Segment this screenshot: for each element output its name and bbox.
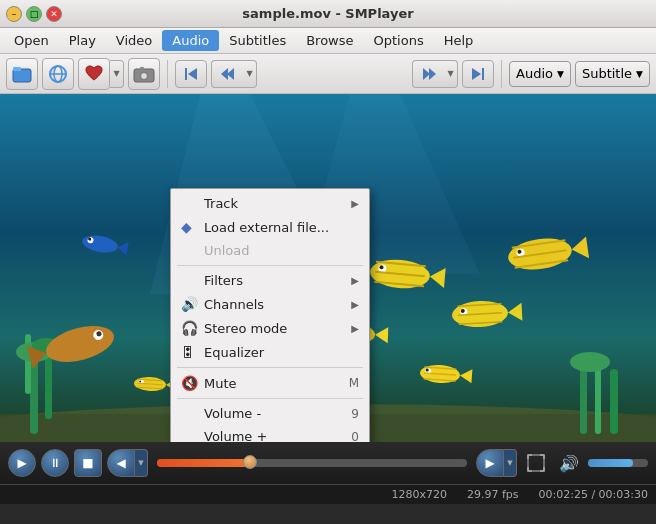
menu-load-external[interactable]: ◆ Load external file... <box>171 215 369 239</box>
stop-button[interactable]: ■ <box>74 449 102 477</box>
channels-submenu-arrow: ▶ <box>351 299 359 310</box>
filters-submenu-arrow: ▶ <box>351 275 359 286</box>
prev-chapter-button[interactable] <box>175 60 207 88</box>
rewind-button[interactable] <box>211 60 243 88</box>
audio-track-dropdown[interactable]: Audio ▼ <box>509 61 571 87</box>
time-display: 00:02:25 / 00:03:30 <box>538 488 648 501</box>
svg-marker-12 <box>221 68 228 80</box>
svg-rect-16 <box>482 68 484 80</box>
rewind-dropdown[interactable]: ▼ <box>243 60 257 88</box>
next-chapter-button[interactable] <box>462 60 494 88</box>
equalizer-icon: 🎛 <box>181 344 199 360</box>
titlebar: – □ ✕ sample.mov - SMPlayer <box>0 0 656 28</box>
mute-shortcut: M <box>349 376 359 390</box>
menu-equalizer[interactable]: 🎛 Equalizer <box>171 340 369 364</box>
toolbar: ▼ ▼ <box>0 54 656 94</box>
time-total: 00:03:30 <box>599 488 648 501</box>
svg-rect-88 <box>528 455 544 471</box>
open-file-button[interactable] <box>6 58 38 90</box>
svg-rect-10 <box>185 68 187 80</box>
channels-icon: 🔊 <box>181 296 199 312</box>
svg-marker-13 <box>423 68 430 80</box>
favorites-button[interactable] <box>78 58 110 90</box>
menu-channels[interactable]: 🔊 Channels ▶ <box>171 292 369 316</box>
progress-handle[interactable] <box>243 455 257 469</box>
menu-track[interactable]: Track ▶ <box>171 192 369 215</box>
svg-marker-15 <box>472 68 481 80</box>
mute-icon: 🔇 <box>181 375 199 391</box>
menu-help[interactable]: Help <box>434 30 484 51</box>
screenshot-button[interactable] <box>128 58 160 90</box>
play-button[interactable]: ▶ <box>8 449 36 477</box>
menu-video[interactable]: Video <box>106 30 162 51</box>
menu-subtitles[interactable]: Subtitles <box>219 30 296 51</box>
svg-marker-14 <box>429 68 436 80</box>
favorites-dropdown[interactable]: ▼ <box>110 60 124 88</box>
volume-up-shortcut: 0 <box>351 430 359 443</box>
fullscreen-button[interactable] <box>522 449 550 477</box>
close-button[interactable]: ✕ <box>46 6 62 22</box>
fastforward-dropdown[interactable]: ▼ <box>444 60 458 88</box>
svg-marker-11 <box>227 68 234 80</box>
browse-button[interactable] <box>42 58 74 90</box>
menu-browse[interactable]: Browse <box>296 30 363 51</box>
time-current: 00:02:25 <box>538 488 587 501</box>
svg-rect-24 <box>45 349 52 419</box>
prev-dropdown[interactable]: ▼ <box>135 449 148 477</box>
next-dropdown[interactable]: ▼ <box>504 449 517 477</box>
minimize-button[interactable]: – <box>6 6 22 22</box>
menu-stereo-mode[interactable]: 🎧 Stereo mode ▶ <box>171 316 369 340</box>
time-separator: / <box>591 488 598 501</box>
prev-button[interactable]: ◀ <box>107 449 135 477</box>
stereo-icon: 🎧 <box>181 320 199 336</box>
resolution: 1280x720 <box>391 488 447 501</box>
menu-options[interactable]: Options <box>364 30 434 51</box>
load-external-icon: ◆ <box>181 219 199 235</box>
svg-rect-8 <box>140 67 144 70</box>
controls-bar: ▶ ⏸ ■ ◀ ▼ ▶ ▼ 🔊 <box>0 442 656 484</box>
menu-unload: Unload <box>171 239 369 262</box>
fastforward-button[interactable] <box>412 60 444 88</box>
volume-bar[interactable] <box>588 459 648 467</box>
pause-button[interactable]: ⏸ <box>41 449 69 477</box>
menu-play[interactable]: Play <box>59 30 106 51</box>
menu-sep-2 <box>177 367 363 368</box>
audio-dropdown-arrow: ▼ <box>557 69 564 79</box>
svg-point-7 <box>142 73 147 78</box>
maximize-button[interactable]: □ <box>26 6 42 22</box>
statusbar: 1280x720 29.97 fps 00:02:25 / 00:03:30 <box>0 484 656 504</box>
fps: 29.97 fps <box>467 488 519 501</box>
menu-filters[interactable]: Filters ▶ <box>171 269 369 292</box>
menu-audio[interactable]: Audio <box>162 30 219 51</box>
progress-fill <box>157 459 250 467</box>
svg-rect-29 <box>610 369 618 434</box>
progress-bar[interactable] <box>157 459 467 467</box>
menu-volume-down[interactable]: Volume - 9 <box>171 402 369 425</box>
toolbar-sep-2 <box>501 60 502 88</box>
menu-mute[interactable]: 🔇 Mute M <box>171 371 369 395</box>
window-title: sample.mov - SMPlayer <box>66 6 590 21</box>
toolbar-sep-1 <box>167 60 168 88</box>
svg-rect-1 <box>13 67 21 71</box>
track-submenu-arrow: ▶ <box>351 198 359 209</box>
svg-rect-27 <box>580 364 587 434</box>
menubar: Open Play Video Audio Subtitles Browse O… <box>0 28 656 54</box>
audio-dropdown-menu: Track ▶ ◆ Load external file... Unload F… <box>170 188 370 442</box>
svg-marker-9 <box>188 68 197 80</box>
menu-sep-3 <box>177 398 363 399</box>
svg-point-30 <box>570 352 610 372</box>
menu-open[interactable]: Open <box>4 30 59 51</box>
menu-volume-up[interactable]: Volume + 0 <box>171 425 369 442</box>
volume-down-shortcut: 9 <box>351 407 359 421</box>
menu-sep-1 <box>177 265 363 266</box>
next-button[interactable]: ▶ <box>476 449 504 477</box>
volume-mute-button[interactable]: 🔊 <box>555 449 583 477</box>
subtitle-track-dropdown[interactable]: Subtitle ▼ <box>575 61 650 87</box>
stereo-submenu-arrow: ▶ <box>351 323 359 334</box>
volume-fill <box>588 459 633 467</box>
subtitle-dropdown-arrow: ▼ <box>636 69 643 79</box>
video-area: Track ▶ ◆ Load external file... Unload F… <box>0 94 656 442</box>
